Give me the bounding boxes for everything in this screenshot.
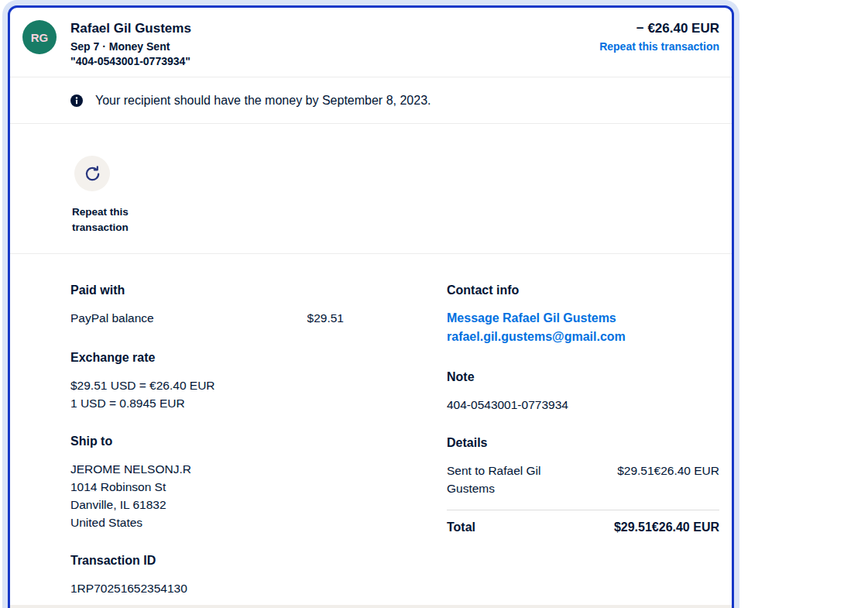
- avatar: RG: [22, 20, 57, 54]
- sent-to-label: Sent to Rafael Gil Gustems: [447, 462, 578, 497]
- recipient-email-link[interactable]: rafael.gil.gustems@gmail.com: [447, 328, 719, 346]
- delivery-notice-text: Your recipient should have the money by …: [95, 92, 431, 109]
- details-left-column: Paid with PayPal balance $29.51 Exchange…: [70, 282, 344, 597]
- ship-to-block: Ship to JEROME NELSONJ.R 1014 Robinson S…: [70, 433, 344, 531]
- contact-info-block: Contact info Message Rafael Gil Gustems …: [447, 282, 719, 346]
- exchange-rate-block: Exchange rate $29.51 USD = €26.40 EUR 1 …: [70, 349, 344, 412]
- message-recipient-link[interactable]: Message Rafael Gil Gustems: [447, 309, 719, 328]
- ship-to-address-line: United States: [70, 514, 344, 531]
- transaction-id-block: Transaction ID 1RP70251652354130: [70, 552, 344, 597]
- header-text: Rafael Gil Gustems Sep 7 · Money Sent "4…: [70, 20, 599, 69]
- total-label: Total: [447, 520, 475, 534]
- summary-divider: [447, 510, 719, 510]
- transaction-id-value: 1RP70251652354130: [70, 579, 344, 597]
- payment-method: PayPal balance: [70, 309, 154, 327]
- total-amount: $29.51€26.40 EUR: [614, 520, 719, 534]
- transaction-id-heading: Transaction ID: [70, 552, 344, 569]
- payment-amount-usd: $29.51: [307, 309, 344, 327]
- note-value: 404-0543001-0773934: [447, 396, 719, 414]
- transaction-amount: − €26.40 EUR: [599, 20, 719, 37]
- info-icon: [70, 94, 83, 107]
- paid-with-heading: Paid with: [70, 282, 344, 299]
- header-right: − €26.40 EUR Repeat this transaction: [599, 20, 719, 53]
- actions-section: Repeat this transaction: [10, 124, 732, 254]
- repeat-transaction-label[interactable]: Repeat this transaction: [72, 204, 143, 235]
- delivery-notice: Your recipient should have the money by …: [10, 77, 732, 124]
- transaction-note-quote: "404-0543001-0773934": [70, 54, 599, 69]
- ship-to-address-line: 1014 Robinson St: [70, 478, 344, 496]
- ship-to-name: JEROME NELSONJ.R: [70, 460, 344, 478]
- ship-to-address-line: Danville, IL 61832: [70, 496, 344, 514]
- note-block: Note 404-0543001-0773934: [447, 369, 719, 414]
- details-right-column: Contact info Message Rafael Gil Gustems …: [447, 282, 719, 534]
- contact-info-heading: Contact info: [447, 282, 719, 299]
- details-heading: Details: [447, 435, 719, 452]
- repeat-transaction-link[interactable]: Repeat this transaction: [599, 40, 719, 53]
- refresh-icon: [84, 165, 101, 183]
- exchange-rate-conversion: $29.51 USD = €26.40 EUR: [70, 376, 344, 394]
- paid-with-block: Paid with PayPal balance $29.51: [70, 282, 344, 327]
- card-footer-strip: [10, 605, 732, 608]
- summary-block: Details Sent to Rafael Gil Gustems $29.5…: [447, 435, 719, 534]
- exchange-rate-heading: Exchange rate: [70, 349, 344, 366]
- transaction-meta: Sep 7 · Money Sent: [70, 39, 599, 54]
- ship-to-heading: Ship to: [70, 433, 344, 450]
- transaction-detail-card: RG Rafael Gil Gustems Sep 7 · Money Sent…: [8, 5, 734, 608]
- details-section: Paid with PayPal balance $29.51 Exchange…: [10, 254, 732, 605]
- recipient-name: Rafael Gil Gustems: [70, 20, 599, 37]
- transaction-header: RG Rafael Gil Gustems Sep 7 · Money Sent…: [10, 8, 732, 77]
- exchange-rate-unit: 1 USD = 0.8945 EUR: [70, 394, 344, 412]
- note-heading: Note: [447, 369, 719, 386]
- repeat-transaction-button[interactable]: [74, 156, 110, 191]
- sent-to-amount: $29.51€26.40 EUR: [617, 462, 719, 479]
